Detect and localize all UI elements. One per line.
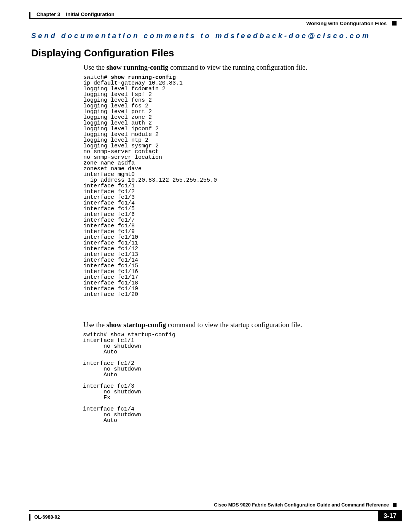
footer-left-bar <box>29 514 30 521</box>
running-header-right: Working with Configuration Files <box>306 21 397 26</box>
section-title: Working with Configuration Files <box>306 21 387 26</box>
code-block-startup-config: switch# show startup-config interface fc… <box>83 332 175 423</box>
header-rule <box>29 18 402 19</box>
page-number: 3-17 <box>378 511 402 521</box>
section-heading: Displaying Configuration Files <box>31 47 174 59</box>
code1-output: ip default-gateway 10.20.83.1 logging le… <box>83 80 217 298</box>
para1-command: show running-config <box>107 64 169 71</box>
chapter-title: Initial Configuration <box>66 11 115 17</box>
code-block-running-config: switch# show running-config ip default-g… <box>83 75 217 297</box>
footer-rule <box>29 510 402 511</box>
footer-doc-title: Cisco MDS 9020 Fabric Switch Configurati… <box>214 502 389 508</box>
chapter-label: Chapter 3 <box>37 11 60 17</box>
footer-doc-title-row: Cisco MDS 9020 Fabric Switch Configurati… <box>214 502 397 508</box>
header-square-icon <box>392 21 397 26</box>
para1-suffix: command to view the running configuratio… <box>169 64 307 71</box>
document-page: Chapter 3 Initial Configuration Working … <box>0 0 411 532</box>
para2-command: show startup-config <box>107 321 166 329</box>
para2-prefix: Use the <box>83 321 107 329</box>
para2-suffix: command to view the startup configuratio… <box>166 321 302 329</box>
header-left-bar <box>29 12 30 19</box>
footer-square-icon <box>393 503 397 507</box>
running-header-left: Chapter 3 Initial Configuration <box>37 11 115 17</box>
code2-output: interface fc1/1 no shutdown Auto interfa… <box>83 337 141 424</box>
footer-ol-number: OL-6988-02 <box>34 514 60 520</box>
feedback-banner: Send documentation comments to mdsfeedba… <box>31 32 400 40</box>
paragraph-2: Use the show startup-config command to v… <box>83 321 302 329</box>
para1-prefix: Use the <box>83 64 107 71</box>
paragraph-1: Use the show running-config command to v… <box>83 64 307 72</box>
